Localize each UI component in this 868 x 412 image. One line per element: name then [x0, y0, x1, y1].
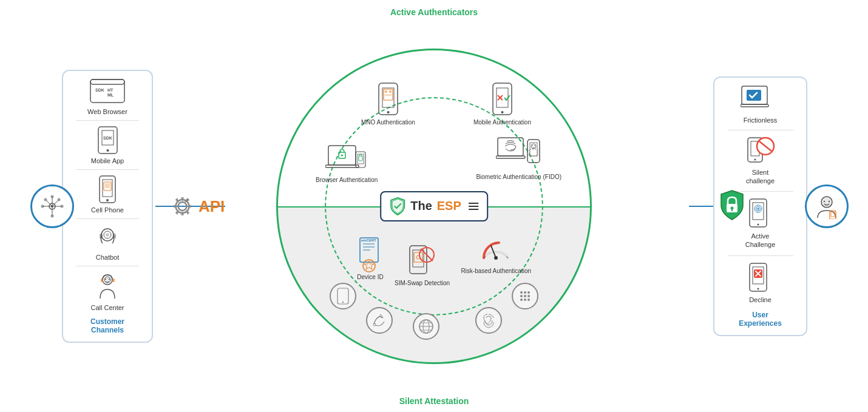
silent-phone-icon: [336, 288, 350, 305]
gear-icon: [169, 192, 196, 220]
api-label: API: [198, 197, 225, 215]
svg-rect-76: [414, 252, 422, 262]
svg-rect-118: [750, 199, 767, 227]
mobile-auth-label: Mobile Authentication: [473, 118, 531, 126]
user-avatar-icon: [814, 194, 839, 219]
svg-point-36: [41, 204, 44, 208]
svg-point-33: [51, 195, 54, 198]
svg-point-38: [44, 198, 47, 201]
svg-point-20: [104, 277, 110, 283]
svg-point-100: [524, 299, 526, 301]
svg-rect-44: [385, 90, 387, 93]
svg-point-115: [754, 158, 756, 160]
svg-point-94: [524, 291, 526, 294]
silent-challenge-label: Silentchallenge: [746, 167, 775, 185]
biometric-auth-label: Biometric Authentication (FIDO): [476, 173, 561, 181]
sim-swap-icon: [405, 243, 439, 279]
svg-point-86: [342, 301, 344, 302]
customer-network-icon: [40, 194, 64, 218]
channel-chatbot: Chatbot: [94, 224, 121, 261]
divider-1: [76, 120, 139, 121]
decline-label: Decline: [749, 296, 771, 303]
frictionless-icon: [741, 84, 780, 113]
decline-icon: [747, 262, 774, 294]
svg-text:SDK: SDK: [95, 88, 104, 92]
sim-swap-label: SIM-Swap Detection: [395, 279, 450, 287]
silent-attestation-label: Silent Attestation: [399, 396, 469, 406]
device-id-label: Device ID: [357, 273, 383, 281]
svg-rect-46: [385, 94, 392, 96]
svg-point-66: [534, 145, 535, 146]
esp-badge: The ESP: [380, 191, 488, 221]
svg-text:SDK: SDK: [103, 136, 112, 140]
silent-globe-circle: [413, 313, 439, 340]
svg-rect-45: [389, 90, 392, 93]
svg-rect-54: [325, 165, 359, 167]
user-experiences-title: UserExperiences: [739, 311, 782, 328]
risk-based-label: Risk-based Authentication: [461, 267, 531, 275]
svg-point-97: [524, 295, 526, 297]
esp-name-text: ESP: [437, 199, 461, 213]
svg-point-96: [520, 295, 523, 297]
svg-rect-24: [112, 279, 115, 282]
svg-point-99: [520, 299, 523, 301]
silent-challenge-icon: [744, 136, 777, 165]
ux-divider-1: [728, 129, 793, 130]
device-id-icon: emCERT: [355, 237, 385, 273]
biometric-auth-item: Biometric Authentication (FIDO): [476, 137, 561, 181]
ux-divider-3: [728, 255, 793, 256]
svg-rect-67: [529, 149, 538, 156]
svg-point-98: [527, 295, 530, 297]
svg-point-39: [178, 202, 187, 211]
channel-mobile-app: SDK Mobile App: [91, 126, 124, 164]
svg-point-122: [757, 208, 759, 210]
svg-rect-42: [382, 88, 394, 107]
silent-phone-circle: [330, 283, 356, 309]
esp-menu-icon: [469, 203, 478, 210]
customer-channels-panel: SDK HT ML Web Browser SDK Mobile App: [62, 70, 153, 343]
esp-the-text: The: [410, 199, 432, 213]
svg-point-101: [527, 299, 530, 301]
svg-point-95: [527, 291, 530, 294]
svg-text:emCERT: emCERT: [361, 238, 376, 242]
chatbot-icon: [94, 224, 121, 251]
experience-active-challenge: ActiveChallenge: [745, 198, 776, 249]
svg-point-87: [373, 323, 376, 326]
fingerprint-icon: [480, 312, 497, 329]
circle-area: The ESP MNO Authentication: [276, 49, 592, 364]
svg-point-93: [520, 291, 523, 294]
svg-rect-49: [497, 88, 508, 107]
svg-point-106: [824, 200, 825, 201]
active-challenge-icon: [747, 198, 774, 229]
mno-auth-label: MNO Authentication: [361, 118, 415, 126]
dots-grid-icon: [518, 289, 532, 303]
svg-point-52: [501, 111, 503, 113]
web-browser-icon: SDK HT ML: [89, 78, 126, 106]
svg-point-8: [106, 149, 109, 152]
svg-rect-1: [90, 79, 124, 84]
user-circle: [805, 184, 849, 228]
cell-phone-icon: [98, 175, 117, 204]
svg-point-107: [829, 200, 830, 201]
active-authenticators-label: Active Authenticators: [390, 7, 478, 17]
silent-fingerprint-circle: [475, 307, 502, 334]
channel-cell-phone: Cell Phone: [91, 175, 124, 214]
svg-point-34: [61, 204, 64, 208]
svg-point-47: [387, 111, 389, 113]
browser-auth-label: Browser Authentication: [316, 176, 378, 184]
svg-point-81: [494, 256, 498, 260]
risk-based-item: Risk-based Authentication: [461, 234, 531, 275]
svg-text:HT: HT: [107, 88, 114, 92]
experience-frictionless: Frictionless: [741, 84, 780, 123]
svg-point-129: [758, 288, 759, 289]
chatbot-label: Chatbot: [96, 254, 120, 261]
svg-point-103: [731, 206, 734, 209]
svg-point-65: [532, 145, 533, 146]
mobile-app-label: Mobile App: [91, 157, 124, 164]
svg-point-13: [106, 199, 109, 201]
web-browser-label: Web Browser: [87, 108, 127, 115]
browser-auth-icon: [325, 143, 368, 176]
frictionless-label: Frictionless: [744, 116, 778, 123]
device-id-item: emCERT Device ID: [355, 237, 385, 281]
svg-rect-12: [105, 183, 110, 188]
